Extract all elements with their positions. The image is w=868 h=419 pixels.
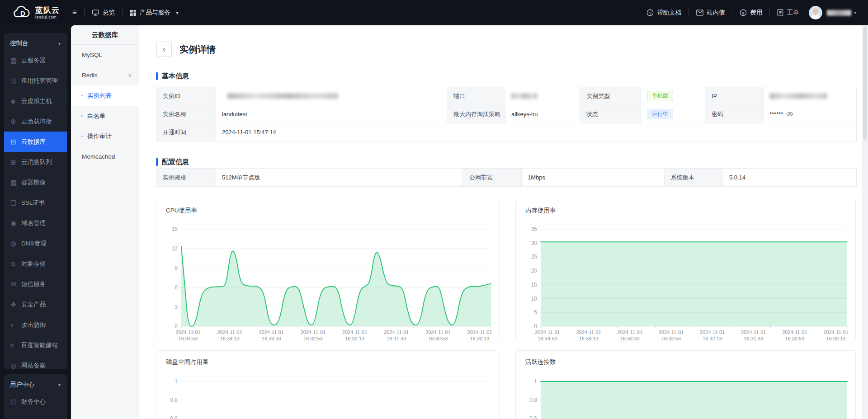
subnav-item-memcached[interactable]: Memcached <box>71 146 139 167</box>
top-navbar: D 蓝队云 landui.com ≡ 总览 产品与服务 ▾ ? <box>0 0 868 25</box>
help-circle-icon: ? <box>646 9 654 16</box>
sidebar-item-label: 网站备案 <box>21 362 46 370</box>
back-button[interactable]: ‹ <box>156 42 172 57</box>
svg-text:12: 12 <box>172 245 178 252</box>
svg-text:D: D <box>20 9 25 17</box>
finance-icon: ⊡ <box>10 398 21 406</box>
svg-text:2024-11-0116:34:53: 2024-11-0116:34:53 <box>175 330 200 341</box>
navbar-divider <box>769 8 770 17</box>
work-order-icon <box>777 9 783 16</box>
certificate-icon: ❏ <box>10 199 21 207</box>
nav-tickets[interactable]: 工单 <box>777 9 799 17</box>
secondary-sidebar: 云数据库 MySQLRedis∧•实例列表•白名单•操作审计Memcached <box>71 25 139 419</box>
database-icon: ⊟ <box>10 138 21 146</box>
svg-text:2024-11-0116:30:53: 2024-11-0116:30:53 <box>425 330 450 341</box>
spec-label: 实例规格 <box>156 169 216 187</box>
console-group-header[interactable]: 控制台 ▾ <box>4 37 67 50</box>
spec-value: 512M单节点版 <box>216 169 463 187</box>
sidebar-item-attack-defense[interactable]: ◐攻击防御 <box>4 315 67 335</box>
subnav-item-label: Memcached <box>82 153 115 160</box>
svg-text:2024-11-0116:34:53: 2024-11-0116:34:53 <box>535 330 560 341</box>
subnav-item-label: 操作审计 <box>87 132 112 141</box>
menu-toggle-icon[interactable]: ≡ <box>72 8 77 17</box>
server-icon: ▤ <box>10 56 21 65</box>
subnav-item-operation-audit[interactable]: •操作审计 <box>71 126 139 146</box>
nav-billing-label: 费用 <box>750 9 762 17</box>
svg-text:2024-11-0116:32:13: 2024-11-0116:32:13 <box>342 330 367 341</box>
user-menu-caret-icon[interactable]: ▾ <box>854 10 856 15</box>
page-scrollbar[interactable] <box>862 25 868 419</box>
svg-text:2024-11-0116:34:13: 2024-11-0116:34:13 <box>217 330 242 341</box>
subnav-title: 云数据库 <box>71 25 139 45</box>
brand-domain: landui.com <box>35 15 60 19</box>
sidebar-item-message-queue[interactable]: ⊞云消息队列 <box>4 152 67 172</box>
sidebar-item-cloud-server[interactable]: ▤云服务器 <box>4 50 67 71</box>
sidebar-item-finance-center[interactable]: ⊡财务中心 <box>4 391 67 412</box>
sidebar-item-label: 容器镜像 <box>21 179 46 187</box>
port-redacted <box>511 93 538 99</box>
sidebar-item-label: 云虚拟主机 <box>21 97 52 105</box>
nav-overview[interactable]: 总览 <box>92 9 115 17</box>
filing-icon: ◎ <box>10 362 21 370</box>
show-password-button[interactable] <box>786 112 793 117</box>
console-group-label: 控制台 <box>10 39 28 47</box>
grid-icon <box>130 9 137 16</box>
sidebar-item-baidu-sitebuilder[interactable]: ℮百度智能建站 <box>4 335 67 355</box>
globe-icon: ◉ <box>10 219 21 227</box>
nav-tickets-label: 工单 <box>787 9 799 17</box>
sidebar-item-sms-service[interactable]: ✉短信服务 <box>4 274 67 294</box>
memory-usage-chart: 353025201510502024-11-0116:34:532024-11-… <box>516 199 855 341</box>
svg-text:0: 0 <box>534 323 537 330</box>
sidebar-item-load-balancer[interactable]: ⊕云负载均衡 <box>4 111 67 132</box>
user-avatar[interactable] <box>809 6 822 19</box>
svg-text:0.6: 0.6 <box>170 415 178 419</box>
sidebar-item-cloud-vps[interactable]: ◈云虚拟主机 <box>4 91 67 111</box>
status-value: 运行中 <box>641 105 705 123</box>
svg-text:10: 10 <box>531 296 538 302</box>
nav-help-label: 帮助文档 <box>657 9 681 17</box>
sidebar-item-dns-management[interactable]: ◍DNS管理 <box>4 233 67 254</box>
sidebar-item-label: DNS管理 <box>21 240 47 248</box>
eviction-policy-label: 最大内存淘汰策略 <box>447 105 505 123</box>
section-accent-bar <box>156 72 158 80</box>
port-value <box>505 87 580 105</box>
ip-value <box>764 87 857 105</box>
nav-help-docs[interactable]: ? 帮助文档 <box>646 9 681 17</box>
nav-billing[interactable]: ¥ 费用 <box>740 9 762 17</box>
sidebar-item-label: 云服务器 <box>21 56 46 65</box>
nav-messages[interactable]: 站内信 <box>696 9 725 17</box>
nav-products[interactable]: 产品与服务 ▾ <box>130 9 179 17</box>
user-group-label: 用户中心 <box>10 381 34 389</box>
sidebar-item-hosting-management[interactable]: ◫租用托管管理 <box>4 71 67 91</box>
subnav-item-redis[interactable]: Redis∧ <box>71 65 139 85</box>
scrollbar-thumb[interactable] <box>863 27 867 140</box>
svg-text:0.8: 0.8 <box>170 397 178 403</box>
back-icon: ‹ <box>163 44 166 54</box>
svg-text:2024-11-0116:32:53: 2024-11-0116:32:53 <box>301 330 326 341</box>
user-group-header[interactable]: 用户中心 ▾ <box>4 378 67 391</box>
subnav-item-mysql[interactable]: MySQL <box>71 45 139 65</box>
memory-chart-title: 内存使用率 <box>525 207 556 215</box>
instance-id-label: 实例ID <box>156 87 216 105</box>
svg-text:2024-11-0116:31:33: 2024-11-0116:31:33 <box>384 330 409 341</box>
subnav-item-label: Redis <box>82 72 98 79</box>
subnav-item-instance-list[interactable]: •实例列表 <box>71 85 139 106</box>
bandwidth-label: 公网带宽 <box>463 169 522 187</box>
sidebar-item-icp-filing[interactable]: ◎网站备案 <box>4 355 67 376</box>
svg-text:¥: ¥ <box>742 11 745 15</box>
user-name-redacted[interactable] <box>827 10 851 16</box>
port-label: 端口 <box>447 87 505 105</box>
brand-name: 蓝队云 <box>35 6 60 14</box>
brand-logo[interactable]: D 蓝队云 landui.com <box>13 5 67 20</box>
subnav-item-whitelist[interactable]: •白名单 <box>71 106 139 126</box>
sidebar-item-ssl-cert[interactable]: ❏SSL证书 <box>4 193 67 213</box>
sidebar-item-domain-management[interactable]: ◉域名管理 <box>4 213 67 233</box>
version-value: 5.0.14 <box>723 169 857 187</box>
sidebar-item-container-registry[interactable]: ▦容器镜像 <box>4 172 67 193</box>
svg-text:2024-11-0116:34:13: 2024-11-0116:34:13 <box>576 330 601 341</box>
sidebar-item-label: 云负载均衡 <box>21 118 52 126</box>
sidebar-item-cloud-database[interactable]: ⊟云数据库 <box>4 132 67 152</box>
created-time-value: 2024-11-01 15:47:14 <box>216 123 857 141</box>
sidebar-item-security-products[interactable]: ❖安全产品 <box>4 294 67 315</box>
sidebar-item-object-storage[interactable]: ≋对象存储 <box>4 254 67 274</box>
